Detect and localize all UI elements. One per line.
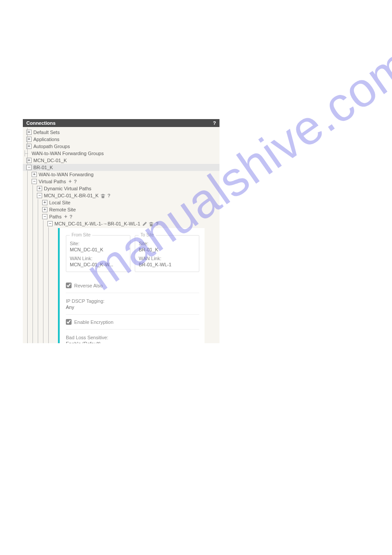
tree-label: Paths	[49, 214, 61, 220]
panel-help-icon[interactable]: ?	[213, 120, 216, 126]
tree-label: Local Site	[49, 200, 70, 206]
to-site-box: To Site Site: BR-01_K WAN Link: BR-01_K-…	[135, 235, 199, 272]
to-wan-label: WAN Link:	[139, 256, 195, 261]
tree: + Default Sets + Applications + Autopath…	[23, 127, 219, 343]
panel-header: Connections ?	[23, 119, 219, 127]
bad-loss-label: Bad Loss Sensitive:	[66, 335, 199, 340]
collapse-icon[interactable]: −	[37, 193, 42, 198]
panel-title: Connections	[26, 120, 56, 126]
tree-item-virtual-paths[interactable]: − Virtual Paths + ?	[27, 178, 219, 185]
tree-label: Remote Site	[49, 207, 76, 213]
reverse-also-label: Reverse Also	[74, 283, 103, 288]
tree-item-path-detail[interactable]: − MCN_DC-01_K-WL-1-→BR-01_K-WL-1 ?	[43, 220, 219, 227]
tree-label: BR-01_K	[33, 164, 53, 170]
tree-label: Applications	[33, 136, 59, 142]
tree-item-applications[interactable]: + Applications	[23, 136, 219, 143]
to-site-legend: To Site	[139, 232, 156, 237]
tree-item-local-site[interactable]: + Local Site	[38, 199, 219, 206]
collapse-icon[interactable]: −	[42, 214, 47, 219]
from-wan-label: WAN Link:	[70, 256, 126, 261]
pencil-icon[interactable]	[142, 221, 147, 226]
tree-label: MCN_DC-01_K	[33, 157, 67, 163]
tree-item-wan-fwd-groups[interactable]: WAN-to-WAN Forwarding Groups	[23, 150, 219, 157]
enable-encryption-checkbox[interactable]	[66, 319, 72, 325]
from-site-label: Site:	[70, 241, 126, 246]
trash-icon[interactable]	[101, 193, 105, 198]
tree-item-mcn[interactable]: + MCN_DC-01_K	[23, 157, 219, 164]
from-site-box: From Site Site: MCN_DC-01_K WAN Link: MC…	[66, 235, 130, 272]
collapse-icon[interactable]: −	[47, 221, 53, 226]
to-site-value: BR-01_K	[139, 247, 195, 252]
help-icon[interactable]: ?	[69, 214, 72, 220]
tree-label: Virtual Paths	[39, 178, 66, 185]
tree-item-default-sets[interactable]: + Default Sets	[23, 129, 219, 136]
enable-encryption-row: Enable Encryption	[66, 315, 199, 329]
to-site-label: Site:	[139, 241, 195, 246]
tree-label: Default Sets	[33, 129, 60, 135]
add-icon[interactable]: +	[68, 178, 72, 185]
enable-encryption-label: Enable Encryption	[74, 319, 113, 325]
expand-icon[interactable]: +	[32, 172, 37, 177]
collapse-icon[interactable]: −	[26, 165, 32, 170]
from-wan-value: MCN_DC-01_K-W...	[70, 262, 126, 267]
expand-icon[interactable]: +	[37, 186, 42, 191]
tree-label: MCN_DC-01_K-BR-01_K	[44, 192, 99, 199]
help-icon[interactable]: ?	[156, 221, 159, 227]
reverse-also-row: Reverse Also	[66, 278, 199, 293]
connections-panel: Connections ? + Default Sets + Applicati…	[23, 119, 219, 343]
tree-label: Dynamic Virtual Paths	[44, 185, 91, 192]
bad-loss-value: Enable (Default)	[66, 341, 199, 343]
add-icon[interactable]: +	[64, 214, 67, 220]
tree-label: MCN_DC-01_K-WL-1-→BR-01_K-WL-1	[54, 221, 140, 227]
tree-item-autopath-groups[interactable]: + Autopath Groups	[23, 143, 219, 150]
expand-icon[interactable]: +	[42, 207, 47, 212]
help-icon[interactable]: ?	[74, 178, 77, 185]
tree-item-br[interactable]: − BR-01_K	[23, 164, 219, 171]
to-wan-value: BR-01_K-WL-1	[139, 262, 195, 267]
path-details-card: From Site Site: MCN_DC-01_K WAN Link: MC…	[58, 228, 205, 343]
tree-item-br-wan-fwd[interactable]: + WAN-to-WAN Forwarding	[27, 171, 219, 178]
help-icon[interactable]: ?	[108, 192, 111, 199]
expand-icon[interactable]: +	[42, 200, 47, 205]
from-site-value: MCN_DC-01_K	[70, 247, 126, 252]
tree-label: Autopath Groups	[33, 143, 70, 149]
tree-item-vp-item[interactable]: − MCN_DC-01_K-BR-01_K ?	[32, 192, 219, 199]
from-site-legend: From Site	[70, 232, 92, 237]
tree-connector	[25, 150, 29, 156]
ip-dscp-label: IP DSCP Tagging:	[66, 298, 199, 304]
tree-item-dyn-vp[interactable]: + Dynamic Virtual Paths	[32, 185, 219, 192]
ip-dscp-block: IP DSCP Tagging: Any	[66, 293, 199, 314]
trash-icon[interactable]	[149, 221, 154, 226]
tree-item-paths[interactable]: − Paths + ?	[38, 213, 219, 220]
ip-dscp-value: Any	[66, 305, 199, 310]
bad-loss-block: Bad Loss Sensitive: Enable (Default)	[66, 330, 199, 343]
tree-label: WAN-to-WAN Forwarding	[39, 171, 94, 178]
tree-item-remote-site[interactable]: + Remote Site	[38, 206, 219, 213]
tree-label: WAN-to-WAN Forwarding Groups	[32, 150, 104, 156]
collapse-icon[interactable]: −	[32, 179, 37, 184]
reverse-also-checkbox[interactable]	[66, 283, 72, 288]
